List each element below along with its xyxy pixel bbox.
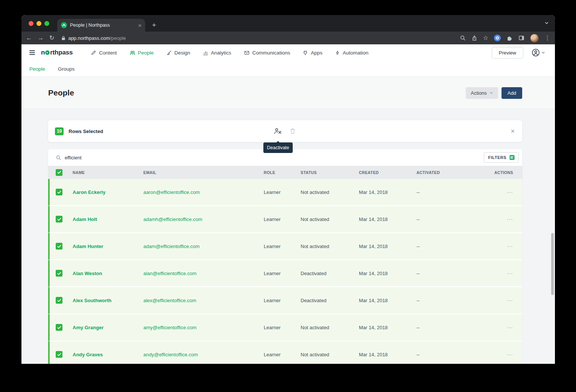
row-actions-menu-icon[interactable]: ⋯ [507, 243, 513, 250]
back-icon[interactable]: ← [26, 35, 32, 41]
row-checkbox[interactable] [56, 297, 62, 304]
forward-icon[interactable]: → [38, 35, 44, 41]
add-button[interactable]: Add [502, 87, 522, 99]
row-email-link[interactable]: andy@efficientoffice.com [143, 352, 198, 357]
browser-profile-avatar[interactable] [530, 34, 539, 42]
row-name-link[interactable]: Andy Graves [73, 352, 103, 357]
nav-item-automation[interactable]: Automation [335, 50, 368, 56]
filters-button[interactable]: FILTERS [484, 152, 519, 163]
column-header-name[interactable]: NAME [73, 170, 143, 175]
nav-item-apps[interactable]: Apps [302, 50, 322, 56]
tab-search-chevron-icon[interactable] [544, 21, 549, 25]
table-row[interactable]: Aaron Eckerly aaron@efficientoffice.com … [48, 179, 522, 206]
browser-tab-strip: People | Northpass × + [21, 15, 555, 32]
row-name-link[interactable]: Alex Southworth [73, 298, 111, 303]
row-checkbox[interactable] [56, 324, 62, 331]
app-header: nrthpass Content People Design Analytic [21, 44, 555, 61]
row-status: Deactivated [301, 271, 359, 276]
column-header-status[interactable]: STATUS [301, 170, 359, 175]
zoom-icon[interactable] [460, 35, 466, 41]
url-host: app.northpass.com [68, 35, 110, 41]
address-bar[interactable]: app.northpass.com/people [61, 35, 126, 41]
row-email-link[interactable]: alan@efficientoffice.com [143, 271, 196, 276]
row-checkbox[interactable] [56, 351, 62, 358]
subnav-item-groups[interactable]: Groups [58, 66, 74, 72]
row-actions-menu-icon[interactable]: ⋯ [507, 216, 513, 222]
hamburger-menu-icon[interactable] [29, 50, 35, 55]
row-status: Not activated [301, 325, 359, 330]
row-name-link[interactable]: Alan Weston [73, 271, 102, 276]
extensions-puzzle-icon[interactable] [506, 35, 513, 41]
row-checkbox[interactable] [56, 243, 62, 250]
row-name-link[interactable]: Amy Granger [73, 325, 103, 330]
actions-button[interactable]: Actions [466, 87, 498, 99]
row-name-link[interactable]: Adam Holt [73, 216, 97, 222]
row-checkbox[interactable] [56, 216, 62, 222]
row-actions-menu-icon[interactable]: ⋯ [507, 351, 513, 358]
browser-window: People | Northpass × + ← → ↻ app.northpa… [21, 15, 555, 364]
row-actions-menu-icon[interactable]: ⋯ [507, 270, 513, 277]
deactivate-users-icon[interactable] [274, 128, 282, 135]
reload-icon[interactable]: ↻ [49, 35, 54, 41]
nav-label: Automation [343, 50, 368, 56]
subnav-item-people[interactable]: People [29, 66, 45, 72]
column-header-actions: ACTIONS [477, 170, 522, 175]
side-panel-icon[interactable] [518, 35, 524, 41]
row-email-link[interactable]: adamh@efficientoffice.com [143, 216, 202, 222]
row-name-link[interactable]: Aaron Eckerly [73, 189, 105, 195]
nav-item-analytics[interactable]: Analytics [203, 50, 231, 56]
row-actions-menu-icon[interactable]: ⋯ [507, 189, 513, 195]
row-email-link[interactable]: aaron@efficientoffice.com [143, 189, 200, 195]
new-tab-button[interactable]: + [152, 21, 156, 29]
row-checkbox[interactable] [56, 189, 62, 195]
row-activated: -- [416, 352, 477, 357]
row-created: Mar 14, 2018 [359, 244, 416, 249]
delete-users-icon[interactable] [290, 128, 296, 135]
browser-menu-icon[interactable]: ⋮ [544, 35, 550, 41]
column-header-email[interactable]: EMAIL [143, 170, 264, 175]
row-checkbox[interactable] [56, 270, 62, 277]
row-status: Deactivated [301, 298, 359, 303]
nav-item-content[interactable]: Content [91, 50, 117, 56]
row-email-link[interactable]: amy@efficientoffice.com [143, 325, 196, 330]
account-menu-button[interactable] [532, 48, 545, 57]
nav-item-design[interactable]: Design [166, 50, 190, 56]
window-minimize-button[interactable] [36, 21, 41, 26]
nav-item-communications[interactable]: Communications [244, 50, 290, 56]
window-fullscreen-button[interactable] [44, 21, 49, 26]
column-header-created[interactable]: CREATED [359, 170, 416, 175]
close-selection-icon[interactable]: × [511, 128, 515, 135]
tab-close-icon[interactable]: × [138, 22, 141, 29]
column-header-activated[interactable]: ACTIVATED [416, 170, 477, 175]
page-scrollbar[interactable] [551, 233, 554, 295]
extension-icon[interactable] [494, 35, 501, 41]
nav-item-people[interactable]: People [129, 50, 154, 56]
row-email-link[interactable]: alex@efficientoffice.com [143, 298, 196, 303]
table-row[interactable]: Alan Weston alan@efficientoffice.com Lea… [48, 260, 522, 287]
row-actions-menu-icon[interactable]: ⋯ [507, 324, 513, 331]
row-activated: -- [416, 244, 477, 249]
table-row[interactable]: Adam Holt adamh@efficientoffice.com Lear… [48, 206, 522, 233]
row-activated: -- [416, 271, 477, 276]
filters-button-label: FILTERS [488, 155, 506, 160]
bookmark-star-icon[interactable]: ☆ [483, 35, 488, 41]
table-row[interactable]: Amy Granger amy@efficientoffice.com Lear… [48, 314, 522, 341]
table-row[interactable]: Andy Graves andy@efficientoffice.com Lea… [48, 341, 522, 364]
row-activated: -- [416, 325, 477, 330]
row-status: Not activated [301, 189, 359, 195]
row-email-link[interactable]: adam@efficientoffice.com [143, 244, 199, 249]
nav-label: Apps [311, 50, 322, 56]
window-close-button[interactable] [29, 21, 33, 26]
row-name-link[interactable]: Adam Hunter [73, 244, 103, 249]
select-all-checkbox[interactable] [56, 169, 62, 176]
table-row[interactable]: Alex Southworth alex@efficientoffice.com… [48, 287, 522, 314]
search-input[interactable]: efficient [65, 155, 82, 160]
row-role: Learner [264, 325, 301, 330]
share-icon[interactable] [471, 35, 477, 41]
column-header-role[interactable]: ROLE [264, 170, 301, 175]
row-actions-menu-icon[interactable]: ⋯ [507, 297, 513, 304]
browser-tab[interactable]: People | Northpass × [57, 19, 145, 32]
preview-button[interactable]: Preview [492, 47, 523, 59]
table-row[interactable]: Adam Hunter adam@efficientoffice.com Lea… [48, 233, 522, 260]
row-created: Mar 14, 2018 [359, 216, 416, 222]
